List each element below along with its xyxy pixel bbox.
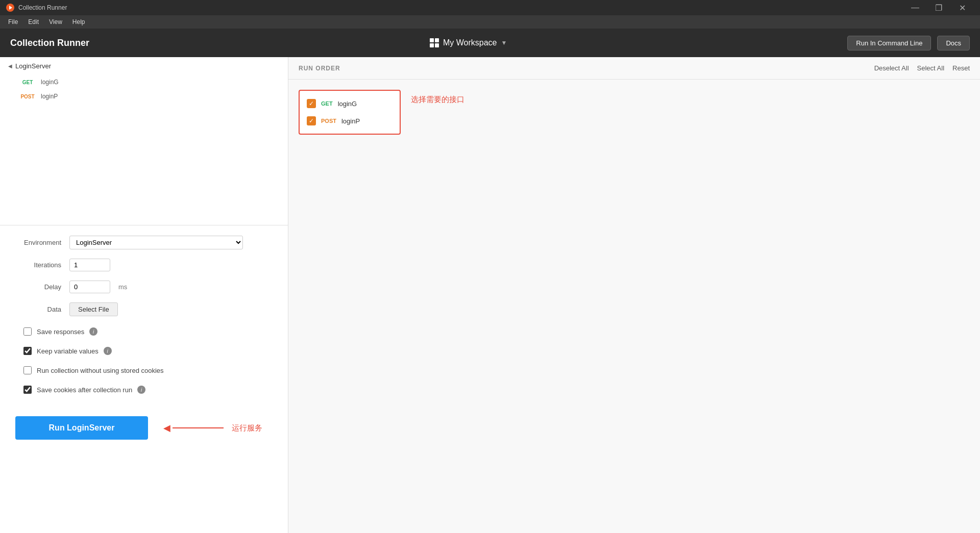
keep-variable-info-icon[interactable]: i	[104, 347, 112, 355]
no-cookies-checkbox[interactable]	[23, 366, 32, 374]
title-bar-title: Collection Runner	[18, 4, 67, 11]
title-bar-controls: — ❐ ✕	[903, 0, 974, 15]
delay-label: Delay	[15, 283, 61, 291]
run-order-title: RUN ORDER	[299, 65, 340, 72]
run-section: Run LoginServer ◀ 运行服务	[0, 406, 288, 450]
no-cookies-label: Run collection without using stored cook…	[37, 367, 164, 374]
request-name-post: loginP	[341, 117, 360, 125]
save-cookies-label: Save cookies after collection run	[37, 386, 132, 394]
tree-folder-loginserver[interactable]: ◀ LoginServer	[0, 57, 288, 75]
keep-variable-label: Keep variable values	[37, 347, 99, 355]
settings-panel: Environment LoginServer Iterations Delay…	[0, 225, 288, 406]
delay-row: Delay ms	[15, 281, 273, 293]
header-right: Run In Command Line Docs	[847, 36, 970, 50]
request-checkbox-loginP[interactable]: ✓	[307, 116, 316, 125]
run-annotation: 运行服务	[232, 423, 262, 433]
maximize-button[interactable]: ❐	[927, 0, 950, 15]
save-responses-info-icon[interactable]: i	[89, 327, 97, 336]
delay-input[interactable]	[69, 281, 110, 293]
run-command-line-button[interactable]: Run In Command Line	[847, 36, 931, 50]
collection-tree: ◀ LoginServer GET loginG POST loginP	[0, 57, 288, 225]
docs-button[interactable]: Docs	[937, 36, 970, 50]
save-responses-row: Save responses i	[23, 325, 273, 338]
request-name-get: loginG	[338, 100, 357, 108]
folder-name: LoginServer	[15, 62, 51, 70]
main-layout: ◀ LoginServer GET loginG POST loginP Env…	[0, 57, 980, 533]
save-responses-checkbox[interactable]	[23, 327, 32, 336]
request-item-loginG: ✓ GET loginG	[300, 95, 400, 112]
no-cookies-row: Run collection without using stored cook…	[23, 364, 273, 376]
request-name-loginG: loginG	[41, 79, 59, 86]
menu-file[interactable]: File	[4, 17, 22, 27]
minimize-button[interactable]: —	[903, 0, 927, 15]
iterations-input[interactable]	[69, 259, 110, 271]
app-title: Collection Runner	[10, 38, 89, 48]
run-arrow: ◀ 运行服务	[163, 422, 262, 434]
iterations-label: Iterations	[15, 261, 61, 269]
request-name-loginP: loginP	[41, 93, 58, 100]
close-button[interactable]: ✕	[950, 0, 974, 15]
menu-view[interactable]: View	[45, 17, 66, 27]
requests-box: ✓ GET loginG ✓ POST loginP	[299, 90, 401, 135]
data-row: Data Select File	[15, 302, 273, 316]
run-order-content: ✓ GET loginG ✓ POST loginP 选择需要的接口	[288, 80, 980, 533]
deselect-all-button[interactable]: Deselect All	[874, 64, 909, 72]
request-item-loginP: ✓ POST loginP	[300, 112, 400, 130]
run-order-annotation: 选择需要的接口	[411, 95, 464, 105]
workspace-label: My Workspace	[443, 38, 497, 47]
save-cookies-info-icon[interactable]: i	[137, 386, 145, 394]
environment-select[interactable]: LoginServer	[69, 236, 243, 249]
title-bar: Collection Runner — ❐ ✕	[0, 0, 980, 15]
delay-unit: ms	[118, 283, 127, 291]
run-order-header: RUN ORDER Deselect All Select All Reset	[288, 57, 980, 80]
app-header: Collection Runner My Workspace ▼ Run In …	[0, 29, 980, 57]
data-label: Data	[15, 306, 61, 313]
folder-arrow: ◀	[8, 63, 12, 69]
workspace-icon	[430, 38, 439, 47]
environment-row: Environment LoginServer	[15, 236, 273, 249]
menu-help[interactable]: Help	[68, 17, 89, 27]
environment-label: Environment	[15, 239, 61, 246]
method-badge-get: GET	[18, 79, 37, 86]
menu-edit[interactable]: Edit	[24, 17, 43, 27]
run-order-actions: Deselect All Select All Reset	[874, 64, 970, 72]
right-panel: RUN ORDER Deselect All Select All Reset …	[288, 57, 980, 533]
app-icon	[6, 4, 14, 12]
save-responses-label: Save responses	[37, 328, 84, 336]
request-method-get: GET	[321, 100, 333, 107]
keep-variable-row: Keep variable values i	[23, 345, 273, 357]
reset-button[interactable]: Reset	[952, 64, 970, 72]
run-button[interactable]: Run LoginServer	[15, 416, 148, 440]
tree-item-loginP[interactable]: POST loginP	[0, 89, 288, 104]
iterations-row: Iterations	[15, 259, 273, 271]
keep-variable-checkbox[interactable]	[23, 347, 32, 355]
select-file-button[interactable]: Select File	[69, 302, 118, 316]
workspace-selector[interactable]: My Workspace ▼	[430, 38, 507, 47]
save-cookies-checkbox[interactable]	[23, 386, 32, 394]
request-checkbox-loginG[interactable]: ✓	[307, 99, 316, 108]
checkboxes-section: Save responses i Keep variable values i …	[15, 325, 273, 396]
request-method-post: POST	[321, 118, 336, 124]
left-panel: ◀ LoginServer GET loginG POST loginP Env…	[0, 57, 288, 533]
workspace-chevron: ▼	[501, 39, 507, 46]
title-bar-left: Collection Runner	[6, 4, 67, 12]
menu-bar: File Edit View Help	[0, 15, 980, 29]
method-badge-post: POST	[18, 93, 37, 100]
select-all-button[interactable]: Select All	[917, 64, 944, 72]
save-cookies-row: Save cookies after collection run i	[23, 384, 273, 396]
tree-item-loginG[interactable]: GET loginG	[0, 75, 288, 89]
